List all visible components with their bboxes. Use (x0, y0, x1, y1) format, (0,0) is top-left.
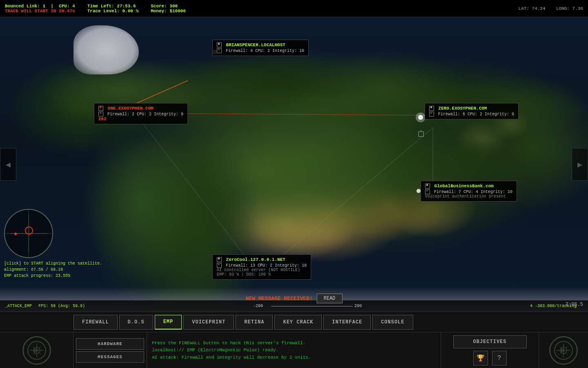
cpu-value: 4 (72, 4, 75, 9)
node-zerocool[interactable]: ZeroCool.127.0.0.1.NET Firewall: 13 CPU:… (212, 254, 311, 280)
zc-extra2: EMP: 93 % | DOS: 100 % (217, 272, 271, 277)
btn-voiceprint[interactable]: VOICEPRINT (183, 315, 234, 330)
node-brianspencer-info: Firewall: 4 CPU: 2 Integrity: 10 (217, 48, 304, 53)
bs-info: Firewall: 4 CPU: 2 Integrity: 10 (226, 49, 304, 53)
mn-label: Money: (151, 9, 167, 13)
svg-text:H: H (34, 348, 37, 354)
hardware-button[interactable]: HARDWARE (76, 338, 144, 350)
sat-dot (14, 233, 17, 235)
long-value: 7.36 (572, 6, 583, 11)
btn-retina[interactable]: RETINA (236, 315, 273, 330)
sc-label: Score: (151, 4, 167, 9)
timer-display: 2:06.5 (566, 302, 583, 307)
new-message-text: New message received! (246, 296, 313, 302)
help-icon-btn[interactable]: ? (492, 351, 507, 366)
sat-reticle (25, 227, 33, 235)
node-globalbusiness[interactable]: GlobalBusinessBank.com Firewall: 7 CPU: … (421, 181, 517, 202)
btn-console[interactable]: CONSOLE (372, 315, 413, 330)
world-map[interactable]: BRIANSPENCER.LOCALHOST Firewall: 4 CPU: … (0, 17, 588, 312)
node-icon9 (217, 257, 222, 262)
time-left-line: Time Left: 27:53.6 (87, 4, 138, 9)
lat-value: 74.24 (532, 6, 546, 11)
btn-interface[interactable]: INTERFACE (323, 315, 371, 330)
node-brianspencer[interactable]: BRIANSPENCER.LOCALHOST Firewall: 4 CPU: … (212, 40, 309, 56)
messages-button[interactable]: MESSAGES (76, 351, 144, 363)
lat-label: LAT: (519, 6, 529, 11)
ts-label: TRACE WILL START IN (5, 9, 56, 13)
btn-dos[interactable]: D.O.S (119, 315, 153, 330)
objectives-button[interactable]: OBJECTIVES (453, 335, 527, 348)
message-area: Press the FIREWALL button to hack this s… (147, 332, 441, 368)
bl-value: 1 (42, 4, 45, 9)
long-label: LONG: (556, 6, 570, 11)
scale-right: 200 (354, 304, 362, 308)
node-icon10 (217, 263, 222, 268)
btn-emp[interactable]: EMP (155, 315, 182, 330)
trlv-label: Trace Level: (87, 9, 120, 13)
info-row: H HARDWARE MESSAGES Press the FIREWALL b… (0, 332, 588, 368)
tl-value: 27:53.6 (117, 4, 136, 9)
bounced-link-label: Bounced Link: 1 | CPU: 4 (5, 4, 75, 9)
node-one-exosyphen[interactable]: ONE.EXOSYPHEN.COM Firewall: 2 CPU: 2 Int… (94, 103, 188, 124)
ze-title: ZERO.EXOSYPHEN.COM (439, 106, 487, 111)
nav-right-arrow[interactable]: ▶ (572, 148, 588, 181)
right-buttons-area: OBJECTIVES 🏆 ? (441, 332, 539, 368)
satellite-info: [click] to START aligning the satellite.… (4, 260, 102, 279)
btn-keycrack[interactable]: KEY CRACK (274, 315, 322, 330)
oe-score: 262 (98, 117, 107, 121)
ze-info: Firewall: 6 CPU: 2 Integrity: 9 (438, 112, 514, 117)
attack-mode: _ATTACK_EMP (5, 304, 32, 308)
message-banner: New message received! READ (246, 294, 343, 303)
oe-title: ONE.EXOSYPHEN.COM (108, 106, 154, 111)
bl-label: Bounced Link: (5, 4, 40, 9)
node-icon5 (429, 106, 434, 111)
satellite-circle[interactable] (4, 209, 53, 258)
bottom-bar: FIREWALL D.O.S EMP VOICEPRINT RETINA KEY… (0, 312, 588, 368)
node-one-title: ONE.EXOSYPHEN.COM (98, 106, 183, 111)
toolbar-row: FIREWALL D.O.S EMP VOICEPRINT RETINA KEY… (0, 312, 588, 332)
score-line: Score: 300 (151, 4, 186, 9)
left-arrow-icon: ◀ (6, 159, 11, 170)
node-zc-extra2: EMP: 93 % | DOS: 100 % (217, 272, 307, 277)
satellite-tool[interactable]: [click] to START aligning the satellite.… (4, 209, 102, 279)
node-one-score: 262 (98, 117, 183, 121)
trophy-icon-btn[interactable]: 🏆 (473, 351, 488, 366)
money-line: Money: $10000 (151, 9, 186, 13)
gbb-title: GlobalBusinessBank.com (434, 184, 494, 188)
node-zero-exosyphen[interactable]: ZERO.EXOSYPHEN.COM Firewall: 6 CPU: 2 In… (425, 103, 519, 119)
msg-line-3: AI attack: Firewall and integrity will d… (152, 354, 436, 361)
gbb-extra: Voiceprint authentication present (425, 194, 506, 199)
node-icon7 (425, 184, 430, 188)
node-zero-title: ZERO.EXOSYPHEN.COM (429, 106, 514, 111)
left-logo-area: H (0, 332, 74, 368)
node-one-info: Firewall: 2 CPU: 2 Integrity: 9 (98, 112, 183, 117)
trace-level-line: Trace Level: 0.00 % (87, 9, 138, 13)
left-logo: H (22, 336, 51, 365)
read-button[interactable]: READ (317, 294, 343, 303)
node-icon (217, 43, 222, 47)
node-brianspencer-title: BRIANSPENCER.LOCALHOST (217, 43, 304, 47)
node-icon3 (98, 106, 103, 111)
oe-info: Firewall: 2 CPU: 2 Integrity: 9 (107, 112, 183, 117)
msg-line-1: Press the FIREWALL button to hack this s… (152, 340, 436, 347)
node-gbb-title: GlobalBusinessBank.com (425, 184, 512, 188)
score-section: Score: 300 Money: $10000 (151, 4, 186, 13)
node-gbb-info: Firewall: 7 CPU: 4 Integrity: 10 (425, 189, 512, 194)
node-zc-extra1: AI controlled server (NOT HOSTILE) (217, 268, 307, 272)
node-icon8 (425, 189, 430, 194)
trace-start-label: TRACE WILL START IN 20.47s (5, 9, 75, 13)
sat-line3: EMP attack progress: 23.55% (4, 273, 102, 279)
right-arrow-icon: ▶ (577, 159, 582, 170)
tl-label: Time Left: (87, 4, 114, 9)
node-icon4 (98, 112, 103, 117)
right-logo: H (549, 336, 578, 365)
ts-value: 20.47s (59, 9, 75, 13)
coordinates: LAT: 74.24 LONG: 7.36 (519, 6, 583, 11)
zc-extra1: AI controlled server (NOT HOSTILE) (217, 268, 300, 272)
cpu-label: CPU: (59, 4, 69, 9)
node-gbb-extra: Voiceprint authentication present (425, 194, 512, 199)
node-icon6 (429, 112, 434, 117)
bs-title: BRIANSPENCER.LOCALHOST (226, 43, 285, 47)
nav-left-arrow[interactable]: ◀ (0, 148, 16, 181)
btn-firewall[interactable]: FIREWALL (74, 315, 118, 330)
